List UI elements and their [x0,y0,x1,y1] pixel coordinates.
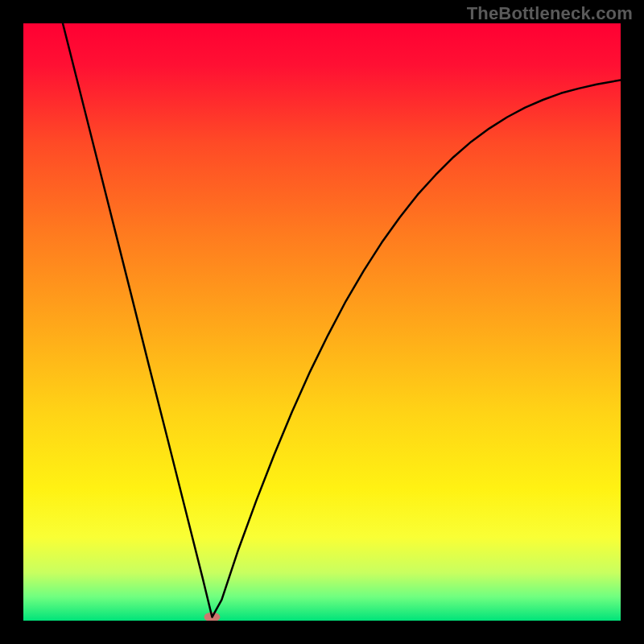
chart-svg [23,23,621,621]
plot-area [23,23,621,621]
watermark-text: TheBottleneck.com [467,3,633,24]
gradient-background [23,23,621,621]
chart-frame: { "watermark": "TheBottleneck.com", "plo… [0,0,644,644]
